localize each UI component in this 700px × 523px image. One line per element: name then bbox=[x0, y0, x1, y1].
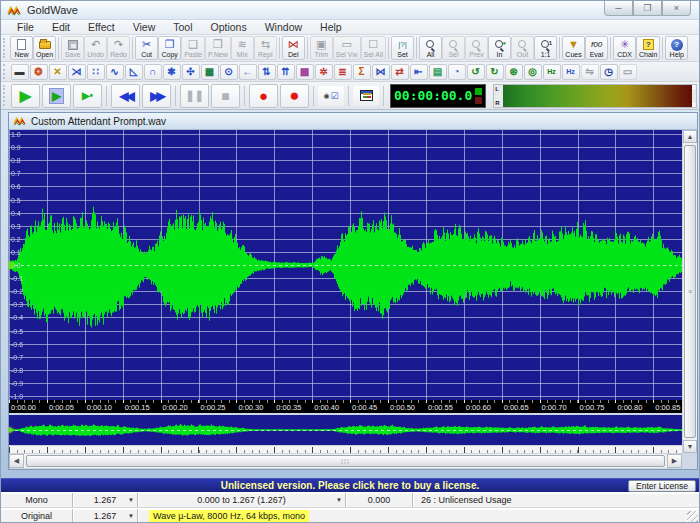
trim-button[interactable]: ▣Trim bbox=[310, 36, 333, 60]
menu-effect[interactable]: Effect bbox=[80, 21, 123, 33]
sel-all-button[interactable]: ☐Sel All bbox=[361, 36, 386, 60]
fast-forward-button[interactable]: ▶▶ bbox=[142, 84, 171, 108]
cd-reader-icon[interactable]: ◔ bbox=[448, 64, 466, 80]
waveform-view[interactable]: 1.00.90.80.70.60.50.40.30.20.10.0-0.1-0.… bbox=[9, 130, 682, 400]
out-button[interactable]: Out bbox=[511, 36, 534, 60]
chain-button[interactable]: ?Chain bbox=[636, 36, 660, 60]
overview-canvas[interactable] bbox=[9, 415, 682, 445]
mix-button[interactable]: ≋Mix bbox=[231, 36, 254, 60]
play-marker-button[interactable]: ▶• bbox=[73, 84, 102, 108]
maximize-volume-icon[interactable]: ◎ bbox=[524, 64, 542, 80]
waveform-canvas[interactable] bbox=[9, 130, 682, 400]
flange-icon[interactable]: ◺ bbox=[125, 64, 143, 80]
del-button[interactable]: ⋈Del bbox=[282, 36, 305, 60]
length-dropdown[interactable]: 1.267 ▼ bbox=[73, 493, 138, 507]
resize-grip[interactable] bbox=[687, 511, 698, 522]
menu-options[interactable]: Options bbox=[203, 21, 255, 33]
control-properties-button[interactable] bbox=[353, 86, 379, 106]
new-button[interactable]: New bbox=[10, 36, 33, 60]
hscroll-thumb[interactable]: ⁞⁞⁞ bbox=[26, 455, 665, 467]
minimize-button[interactable]: ─ bbox=[604, 1, 633, 16]
filter-icon[interactable]: ∿ bbox=[106, 64, 124, 80]
selection-dropdown[interactable]: 0.000 to 1.267 (1.267) ▼ bbox=[138, 493, 346, 507]
overview-marker[interactable] bbox=[9, 427, 14, 433]
in-button[interactable]: ●In bbox=[488, 36, 511, 60]
prev-button[interactable]: Prev bbox=[465, 36, 488, 60]
shift-left-icon[interactable]: ⇤ bbox=[410, 64, 428, 80]
eval-button[interactable]: f00Eval bbox=[585, 36, 608, 60]
spectrum-icon[interactable]: ✲ bbox=[315, 64, 333, 80]
toolbar-grip[interactable] bbox=[3, 64, 6, 79]
vscroll-thumb[interactable]: ≡ bbox=[684, 145, 696, 438]
cues-button[interactable]: ▼Cues bbox=[562, 36, 585, 60]
menu-edit[interactable]: Edit bbox=[44, 21, 78, 33]
license-bar[interactable]: Unlicensed version. Please click here to… bbox=[1, 478, 699, 492]
p-new-button[interactable]: ❒P.New bbox=[205, 36, 231, 60]
envelope-icon[interactable]: ▭ bbox=[619, 64, 637, 80]
menu-help[interactable]: Help bbox=[312, 21, 350, 33]
record-settings-button[interactable]: ◉ ☑ bbox=[318, 86, 344, 106]
playback-rate-icon[interactable]: Hz bbox=[543, 64, 561, 80]
scroll-up-button[interactable]: ▲ bbox=[683, 130, 697, 143]
pitch-icon[interactable]: ⇅ bbox=[258, 64, 276, 80]
enter-license-button[interactable]: Enter License bbox=[628, 480, 696, 492]
scroll-down-button[interactable]: ▼ bbox=[683, 440, 697, 453]
shape-volume-icon[interactable]: ▬ bbox=[11, 64, 29, 80]
fade-icon[interactable]: ∩ bbox=[144, 64, 162, 80]
play-button[interactable]: ▶ bbox=[11, 84, 40, 108]
horizontal-scrollbar[interactable]: ◀ ⁞⁞⁞ ▶ bbox=[9, 453, 682, 468]
interpolate-icon[interactable]: ⇈ bbox=[277, 64, 295, 80]
menu-window[interactable]: Window bbox=[257, 21, 310, 33]
echo-icon[interactable]: ⋊ bbox=[68, 64, 86, 80]
save-button[interactable]: Save bbox=[61, 36, 84, 60]
reverb-icon[interactable]: ≣ bbox=[334, 64, 352, 80]
maximize-button[interactable]: ❐ bbox=[633, 1, 662, 16]
play-selection-button[interactable]: ▶ bbox=[42, 84, 71, 108]
license-message[interactable]: Unlicensed version. Please click here to… bbox=[221, 480, 479, 491]
repl-button[interactable]: ⇆Repl bbox=[254, 36, 277, 60]
menu-file[interactable]: File bbox=[9, 21, 42, 33]
offset-icon[interactable]: ⊙ bbox=[220, 64, 238, 80]
toolbar-grip[interactable] bbox=[3, 85, 6, 106]
title-bar[interactable]: GoldWave ─❐× bbox=[1, 1, 699, 20]
set-button[interactable]: |?|Set bbox=[391, 36, 414, 60]
record-new-button[interactable]: ● bbox=[249, 84, 278, 108]
open-button[interactable]: Open bbox=[33, 36, 56, 60]
restore-icon[interactable]: ⇋ bbox=[581, 64, 599, 80]
menu-view[interactable]: View bbox=[125, 21, 164, 33]
all-button[interactable]: All bbox=[419, 36, 442, 60]
scroll-right-button[interactable]: ▶ bbox=[667, 454, 682, 468]
copy-button[interactable]: ❐Copy bbox=[158, 36, 181, 60]
close-button[interactable]: × bbox=[662, 1, 691, 16]
stereo-icon[interactable]: ▤ bbox=[429, 64, 447, 80]
rotate-left-icon[interactable]: ↺ bbox=[467, 64, 485, 80]
menu-tool[interactable]: Tool bbox=[165, 21, 200, 33]
hscroll-track[interactable]: ⁞⁞⁞ bbox=[24, 454, 667, 468]
noise-gate-icon[interactable]: ✣ bbox=[182, 64, 200, 80]
length-dropdown[interactable]: 1.267 ▼ bbox=[73, 509, 138, 523]
pause-button[interactable]: ❚❚ bbox=[180, 84, 209, 108]
overview-strip[interactable] bbox=[9, 415, 682, 445]
record-button[interactable]: ● bbox=[280, 84, 309, 108]
rotate-right-icon[interactable]: ↻ bbox=[486, 64, 504, 80]
pan-icon[interactable]: ← bbox=[239, 64, 257, 80]
smoother-icon[interactable]: ▩ bbox=[296, 64, 314, 80]
toolbar-grip[interactable] bbox=[3, 38, 6, 58]
help-button[interactable]: ?Help bbox=[665, 36, 688, 60]
resample-icon[interactable]: Hz bbox=[562, 64, 580, 80]
dynamics-icon[interactable]: ✕ bbox=[49, 64, 67, 80]
boost-icon[interactable]: ⊛ bbox=[505, 64, 523, 80]
reverse-icon[interactable]: ⋈ bbox=[372, 64, 390, 80]
rewind-button[interactable]: ◀◀ bbox=[111, 84, 140, 108]
sound-window[interactable]: Custom Attendant Prompt.wav 1.00.90.80.7… bbox=[8, 112, 698, 470]
sel-button[interactable]: Sel bbox=[442, 36, 465, 60]
paste-button[interactable]: ❑Paste bbox=[181, 36, 205, 60]
scroll-left-button[interactable]: ◀ bbox=[9, 454, 24, 468]
sel-vw-button[interactable]: ▭Sel Vw bbox=[333, 36, 361, 60]
doppler-icon[interactable]: ❂ bbox=[30, 64, 48, 80]
sound-window-titlebar[interactable]: Custom Attendant Prompt.wav bbox=[9, 113, 697, 130]
stop-button[interactable]: ■ bbox=[211, 84, 240, 108]
cdx-button[interactable]: ✳CDX bbox=[613, 36, 636, 60]
cut-button[interactable]: ✂Cut bbox=[135, 36, 158, 60]
channel-swap-icon[interactable]: ⇄ bbox=[391, 64, 409, 80]
